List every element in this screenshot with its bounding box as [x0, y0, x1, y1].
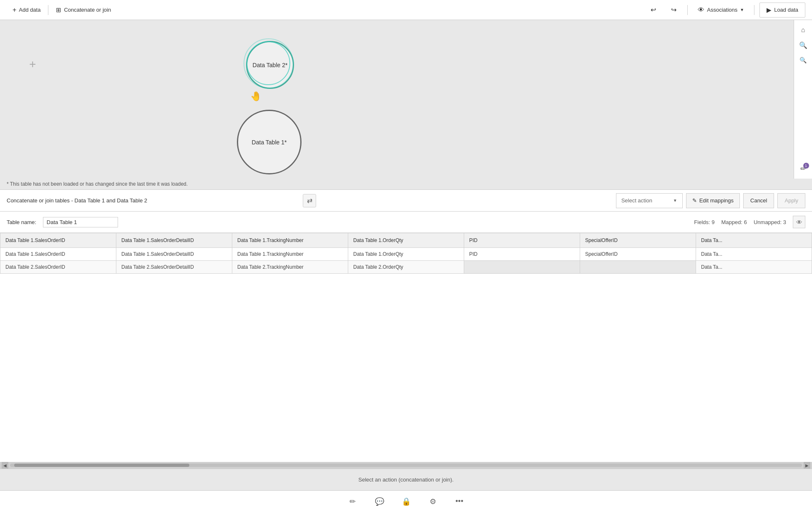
unmapped-count: Unmapped: 3: [754, 219, 786, 225]
select-action-label: Select action: [621, 197, 652, 204]
load-data-label: Load data: [774, 7, 798, 13]
preview-toggle-button[interactable]: 👁: [793, 216, 805, 228]
cell-2-2: Data Table 2.SalesOrderDetailID: [116, 261, 232, 274]
eye-associations-icon: 👁: [698, 6, 704, 14]
concatenate-join-label: Concatenate or join: [64, 7, 111, 13]
mapped-count: Mapped: 6: [721, 219, 747, 225]
cell-2-1: Data Table 2.SalesOrderID: [0, 261, 116, 274]
swap-icon: ⇄: [307, 197, 312, 204]
annotation-badge: 1: [803, 163, 809, 169]
toolbar-divider-2: [687, 5, 688, 15]
col-header-5: PID: [464, 233, 580, 248]
pencil-bottom-icon: ✏: [349, 497, 356, 506]
select-action-dropdown[interactable]: Select action ▼: [616, 193, 683, 208]
panel-toolbar: Concatenate or join tables - Data Table …: [0, 190, 812, 212]
table-name-label: Table name:: [7, 219, 36, 225]
table-name-row: Table name: Fields: 9 Mapped: 6 Unmapped…: [0, 212, 812, 233]
col-header-2: Data Table 1.SalesOrderDetailID: [116, 233, 232, 248]
swap-button[interactable]: ⇄: [303, 194, 316, 207]
data-table-2-node[interactable]: Data Table 2*: [246, 41, 294, 89]
col-header-6: SpecialOfferID: [580, 233, 696, 248]
undo-icon: ↩: [651, 6, 656, 14]
chat-icon: 💬: [375, 497, 384, 506]
cell-1-3: Data Table 1.TrackingNumber: [232, 248, 348, 261]
apply-button[interactable]: Apply: [777, 193, 805, 208]
load-data-button[interactable]: ▶ Load data: [759, 3, 805, 18]
select-action-chevron-icon: ▼: [673, 198, 677, 203]
cell-1-7: Data Ta...: [696, 248, 812, 261]
bottom-icons-bar: ✏ 💬 🔒 ⚙ •••: [0, 490, 812, 512]
zoom-out-button[interactable]: 🔍: [797, 53, 810, 67]
toolbar-right: ↩ ↪ 👁 Associations ▼ ▶ Load data: [645, 0, 805, 20]
zoom-in-button[interactable]: 🔍: [797, 38, 810, 52]
col-header-7: Data Ta...: [696, 233, 812, 248]
horizontal-scrollbar[interactable]: ◀ ▶: [0, 462, 812, 469]
data-table-1-label: Data Table 1*: [252, 139, 287, 146]
undo-button[interactable]: ↩: [645, 0, 662, 20]
add-data-label: Add data: [19, 7, 40, 13]
settings-button[interactable]: ⚙: [426, 495, 440, 508]
warning-text: * This table has not been loaded or has …: [0, 179, 812, 189]
apply-label: Apply: [784, 197, 798, 204]
status-bar: Select an action (concatenation or join)…: [0, 469, 812, 490]
scrollbar-thumb[interactable]: [14, 464, 189, 467]
cell-1-6: SpecialOfferID: [580, 248, 696, 261]
table-name-input[interactable]: [43, 217, 118, 227]
pencil-bottom-button[interactable]: ✏: [346, 495, 359, 508]
table-header-row: Data Table 1.SalesOrderID Data Table 1.S…: [0, 233, 812, 248]
cell-2-4: Data Table 2.OrderQty: [348, 261, 464, 274]
load-data-icon: ▶: [767, 6, 772, 14]
data-table-container[interactable]: Data Table 1.SalesOrderID Data Table 1.S…: [0, 233, 812, 462]
cell-1-5: PID: [464, 248, 580, 261]
top-toolbar: + Add data ⊞ Concatenate or join ↩ ↪ 👁 A…: [0, 0, 812, 20]
data-table-2-label: Data Table 2*: [253, 62, 288, 68]
cell-2-6: [580, 261, 696, 274]
cell-2-5: [464, 261, 580, 274]
annotation-button[interactable]: ✏ 1: [797, 162, 810, 175]
table-row: Data Table 2.SalesOrderID Data Table 2.S…: [0, 261, 812, 274]
associations-chevron-icon: ▼: [740, 8, 744, 12]
concatenate-join-button[interactable]: ⊞ Concatenate or join: [50, 0, 117, 20]
toolbar-divider-3: [754, 5, 754, 15]
scroll-right-button[interactable]: ▶: [804, 462, 810, 469]
concatenate-icon: ⊞: [56, 6, 61, 14]
cell-2-7: Data Ta...: [696, 261, 812, 274]
right-toolbar: ⌂ 🔍 🔍 ✏ 1: [794, 20, 812, 179]
scroll-left-button[interactable]: ◀: [2, 462, 8, 469]
data-table-1-node[interactable]: Data Table 1*: [237, 110, 302, 174]
preview-eye-icon: 👁: [796, 219, 802, 226]
edit-mappings-label: Edit mappings: [699, 197, 734, 204]
field-stats: Fields: 9 Mapped: 6 Unmapped: 3: [694, 219, 786, 225]
cell-1-1: Data Table 1.SalesOrderID: [0, 248, 116, 261]
toolbar-divider-1: [48, 5, 48, 15]
fields-count: Fields: 9: [694, 219, 714, 225]
cancel-label: Cancel: [750, 197, 767, 204]
add-data-button[interactable]: + Add data: [7, 0, 46, 20]
bottom-panel: Concatenate or join tables - Data Table …: [0, 189, 812, 512]
cell-2-3: Data Table 2.TrackingNumber: [232, 261, 348, 274]
panel-title: Concatenate or join tables - Data Table …: [7, 197, 299, 204]
redo-button[interactable]: ↪: [665, 0, 682, 20]
settings-icon: ⚙: [430, 497, 436, 506]
main-canvas: + Data Table 2* Data Table 1* ⌂ 🔍 🔍 ✏ 1 …: [0, 20, 812, 179]
cell-1-2: Data Table 1.SalesOrderDetailID: [116, 248, 232, 261]
more-button[interactable]: •••: [453, 495, 466, 508]
more-icon: •••: [455, 497, 463, 506]
edit-mappings-button[interactable]: ✎ Edit mappings: [686, 193, 740, 208]
add-data-icon: +: [13, 6, 16, 14]
add-node-button[interactable]: +: [29, 58, 36, 71]
cancel-button[interactable]: Cancel: [743, 193, 774, 208]
associations-label: Associations: [707, 7, 737, 13]
col-header-3: Data Table 1.TrackingNumber: [232, 233, 348, 248]
home-button[interactable]: ⌂: [797, 23, 810, 37]
lock-button[interactable]: 🔒: [400, 495, 413, 508]
lock-icon: 🔒: [402, 497, 411, 506]
associations-button[interactable]: 👁 Associations ▼: [693, 0, 749, 20]
edit-icon: ✎: [692, 197, 697, 204]
col-header-4: Data Table 1.OrderQty: [348, 233, 464, 248]
table-row: Data Table 1.SalesOrderID Data Table 1.S…: [0, 248, 812, 261]
mapping-table: Data Table 1.SalesOrderID Data Table 1.S…: [0, 233, 812, 274]
chat-button[interactable]: 💬: [373, 495, 386, 508]
col-header-1: Data Table 1.SalesOrderID: [0, 233, 116, 248]
cell-1-4: Data Table 1.OrderQty: [348, 248, 464, 261]
